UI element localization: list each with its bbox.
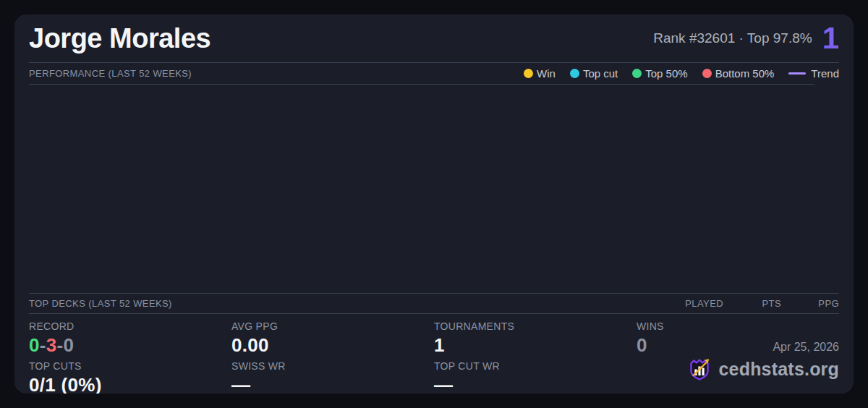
card-header: Jorge Morales Rank #32601 · Top 97.8% 1 (29, 14, 839, 62)
record-wins: 0 (29, 334, 40, 356)
entry-count-badge: 1 (822, 23, 839, 54)
cedhstats-shield-logo-icon (686, 356, 712, 382)
performance-chart-area (29, 84, 814, 293)
brand-row: cedhstats.org (686, 356, 839, 382)
top-decks-column-headers: PLAYED PTS PPG (665, 298, 839, 309)
stat-label: WINS (637, 320, 839, 332)
date-text: Apr 25, 2026 (686, 341, 839, 354)
top-cut-wr-value: — (434, 375, 637, 394)
tournaments-value: 1 (434, 336, 637, 355)
top-cuts-value: 0/1 (0%) (29, 375, 231, 394)
stat-label: SWISS WR (231, 360, 434, 372)
top-decks-section-title: TOP DECKS (LAST 52 WEEKS) (29, 298, 172, 309)
record-draws: 0 (63, 334, 74, 356)
stat-label: RECORD (29, 320, 231, 332)
trend-line-swatch-icon (788, 72, 806, 75)
legend-dot-icon (524, 69, 533, 78)
chart-legend: WinTop cutTop 50%Bottom 50%Trend (524, 67, 839, 80)
legend-dot-icon (632, 69, 642, 78)
stat-label: TOP CUT WR (434, 360, 637, 372)
column-header-pts: PTS (723, 298, 781, 309)
rank-text: Rank #32601 · Top 97.8% (653, 30, 812, 46)
legend-item-bottom-50-: Bottom 50% (702, 67, 775, 80)
stat-top-cuts: TOP CUTS 0/1 (0%) (29, 360, 231, 394)
legend-label: Win (537, 67, 556, 80)
stat-top-cut-wr: TOP CUT WR — (434, 360, 637, 394)
legend-label: Top 50% (645, 67, 687, 80)
stat-avg-ppg: AVG PPG 0.00 (231, 320, 434, 355)
stat-label: TOURNAMENTS (434, 320, 637, 332)
column-header-ppg: PPG (781, 298, 839, 309)
player-name: Jorge Morales (29, 23, 210, 54)
legend-item-top-cut: Top cut (570, 67, 618, 80)
performance-section-header: PERFORMANCE (LAST 52 WEEKS) WinTop cutTo… (29, 63, 839, 84)
stat-label: TOP CUTS (29, 360, 231, 372)
rank-summary: Rank #32601 · Top 97.8% 1 (653, 23, 839, 54)
stat-record: RECORD 0-3-0 (29, 320, 231, 355)
stat-tournaments: TOURNAMENTS 1 (434, 320, 637, 355)
stat-swiss-wr: SWISS WR — (231, 360, 434, 394)
column-header-played: PLAYED (665, 298, 723, 309)
player-stats-card: Jorge Morales Rank #32601 · Top 97.8% 1 … (14, 14, 854, 394)
legend-item-trend: Trend (788, 67, 839, 80)
branding-block: Apr 25, 2026 cedhstats.org (686, 341, 839, 382)
swiss-wr-value: — (231, 375, 434, 394)
legend-label: Bottom 50% (715, 67, 775, 80)
record-losses: 3 (46, 334, 57, 356)
performance-section-title: PERFORMANCE (LAST 52 WEEKS) (29, 68, 192, 79)
site-name: cedhstats.org (718, 359, 839, 380)
legend-item-top-50-: Top 50% (632, 67, 687, 80)
record-separator: - (40, 334, 46, 356)
stat-label: AVG PPG (231, 320, 434, 332)
legend-dot-icon (570, 69, 579, 78)
legend-item-win: Win (524, 67, 556, 80)
top-decks-section-header: TOP DECKS (LAST 52 WEEKS) PLAYED PTS PPG (29, 294, 839, 313)
legend-label: Top cut (583, 67, 618, 80)
avg-ppg-value: 0.00 (231, 336, 434, 355)
legend-dot-icon (702, 69, 712, 78)
record-value: 0-3-0 (29, 336, 231, 355)
legend-label: Trend (811, 67, 839, 80)
